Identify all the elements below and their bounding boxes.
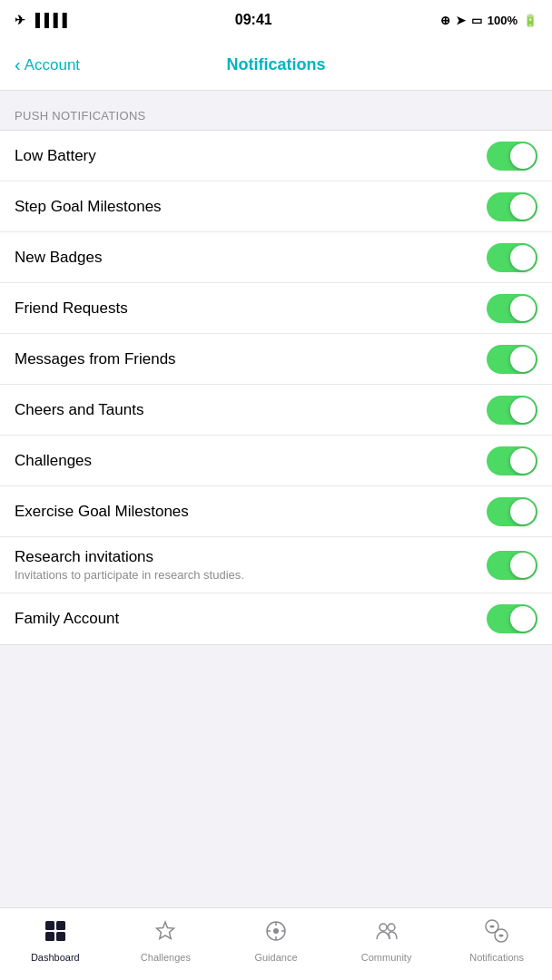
friend-requests-toggle[interactable]	[487, 294, 537, 323]
section-header-push: PUSH NOTIFICATIONS	[0, 91, 552, 130]
status-time: 09:41	[235, 12, 272, 28]
back-button[interactable]: ‹ Account	[15, 54, 80, 75]
family-account-toggle[interactable]	[487, 604, 537, 633]
back-label: Account	[25, 56, 80, 74]
list-item-family-account: Family Account	[0, 593, 552, 644]
list-item-cheers-and-taunts: Cheers and Taunts	[0, 385, 552, 436]
challenges-toggle[interactable]	[487, 446, 537, 475]
friend-requests-label: Friend Requests	[15, 299, 487, 318]
community-icon	[375, 919, 399, 948]
list-item-content-step-goal: Step Goal Milestones	[15, 187, 487, 227]
tab-notifications[interactable]: Notifications	[441, 919, 552, 970]
list-item-step-goal: Step Goal Milestones	[0, 181, 552, 232]
status-bar: ✈ ▐▐▐▐ 09:41 ⊕ ➤ ▭ 100% 🔋	[0, 0, 552, 40]
notifications-icon	[485, 919, 508, 948]
battery-percent: 100%	[488, 14, 518, 27]
list-item-content-low-battery: Low Battery	[15, 136, 487, 176]
signal-bars: ▐▐▐▐	[31, 13, 67, 27]
list-item-new-badges: New Badges	[0, 232, 552, 283]
messages-from-friends-toggle[interactable]	[487, 345, 537, 374]
list-item-content-challenges: Challenges	[15, 441, 487, 481]
dashboard-icon	[44, 919, 67, 948]
research-invitations-toggle-thumb	[510, 553, 536, 578]
cheers-and-taunts-label: Cheers and Taunts	[15, 401, 487, 419]
challenges-icon	[153, 919, 177, 948]
messages-from-friends-toggle-thumb	[510, 347, 536, 372]
svg-rect-2	[45, 932, 54, 941]
svg-rect-3	[56, 932, 65, 941]
tab-bar: Dashboard Challenges Guidance	[0, 907, 552, 980]
list-item-content-family-account: Family Account	[15, 599, 487, 639]
challenges-tab-label: Challenges	[141, 952, 191, 963]
new-badges-toggle[interactable]	[487, 243, 537, 272]
exercise-goal-toggle[interactable]	[487, 497, 537, 526]
challenges-label: Challenges	[15, 452, 487, 470]
screen-icon: ▭	[471, 14, 482, 27]
low-battery-label: Low Battery	[15, 147, 487, 165]
notifications-tab-label: Notifications	[469, 952, 524, 963]
content-area: PUSH NOTIFICATIONS Low Battery Step Goal…	[0, 91, 552, 718]
challenges-toggle-thumb	[510, 448, 536, 474]
list-item-content-messages-from-friends: Messages from Friends	[15, 339, 487, 379]
dashboard-tab-label: Dashboard	[31, 952, 80, 963]
exercise-goal-toggle-thumb	[510, 499, 536, 524]
list-item-content-research-invitations: Research invitations Invitations to part…	[15, 537, 487, 593]
status-left: ✈ ▐▐▐▐	[15, 13, 67, 27]
low-battery-toggle[interactable]	[487, 142, 537, 171]
tab-guidance[interactable]: Guidance	[221, 919, 331, 970]
svg-point-11	[388, 924, 395, 931]
nav-bar: ‹ Account Notifications	[0, 40, 552, 91]
step-goal-label: Step Goal Milestones	[15, 198, 487, 216]
list-item-challenges: Challenges	[0, 436, 552, 486]
svg-rect-0	[45, 921, 54, 930]
tab-dashboard[interactable]: Dashboard	[0, 919, 111, 970]
guidance-tab-label: Guidance	[254, 952, 297, 963]
messages-from-friends-label: Messages from Friends	[15, 350, 487, 368]
research-invitations-label: Research invitations	[15, 548, 487, 566]
low-battery-toggle-thumb	[510, 143, 536, 169]
location-icon: ⊕	[440, 14, 450, 27]
svg-rect-1	[56, 921, 65, 930]
svg-point-10	[380, 924, 387, 931]
family-account-label: Family Account	[15, 610, 487, 628]
tab-community[interactable]: Community	[331, 919, 442, 970]
list-item-content-cheers-and-taunts: Cheers and Taunts	[15, 390, 487, 430]
list-item-exercise-goal: Exercise Goal Milestones	[0, 486, 552, 537]
back-chevron-icon: ‹	[15, 54, 21, 75]
step-goal-toggle[interactable]	[487, 192, 537, 221]
community-tab-label: Community	[361, 952, 412, 963]
list-item-friend-requests: Friend Requests	[0, 283, 552, 334]
list-item-content-friend-requests: Friend Requests	[15, 289, 487, 328]
guidance-icon	[264, 919, 288, 948]
notifications-list: Low Battery Step Goal Milestones New Bad…	[0, 130, 552, 645]
list-item-messages-from-friends: Messages from Friends	[0, 334, 552, 385]
exercise-goal-label: Exercise Goal Milestones	[15, 503, 487, 521]
step-goal-toggle-thumb	[510, 194, 536, 220]
list-item-content-exercise-goal: Exercise Goal Milestones	[15, 492, 487, 532]
airplane-icon: ✈	[15, 13, 25, 27]
cheers-and-taunts-toggle[interactable]	[487, 396, 537, 425]
navigation-icon: ➤	[456, 14, 466, 27]
new-badges-toggle-thumb	[510, 245, 536, 270]
research-invitations-sublabel: Invitations to participate in research s…	[15, 568, 487, 582]
cheers-and-taunts-toggle-thumb	[510, 397, 536, 423]
tab-challenges[interactable]: Challenges	[111, 919, 222, 970]
status-right: ⊕ ➤ ▭ 100% 🔋	[440, 14, 537, 27]
list-item-content-new-badges: New Badges	[15, 238, 487, 278]
list-item-research-invitations: Research invitations Invitations to part…	[0, 537, 552, 593]
svg-point-5	[273, 928, 279, 934]
research-invitations-toggle[interactable]	[487, 551, 537, 580]
new-badges-label: New Badges	[15, 249, 487, 267]
family-account-toggle-thumb	[510, 606, 536, 632]
nav-title: Notifications	[226, 55, 325, 74]
friend-requests-toggle-thumb	[510, 296, 536, 321]
battery-icon: 🔋	[523, 14, 537, 27]
list-item-low-battery: Low Battery	[0, 131, 552, 181]
